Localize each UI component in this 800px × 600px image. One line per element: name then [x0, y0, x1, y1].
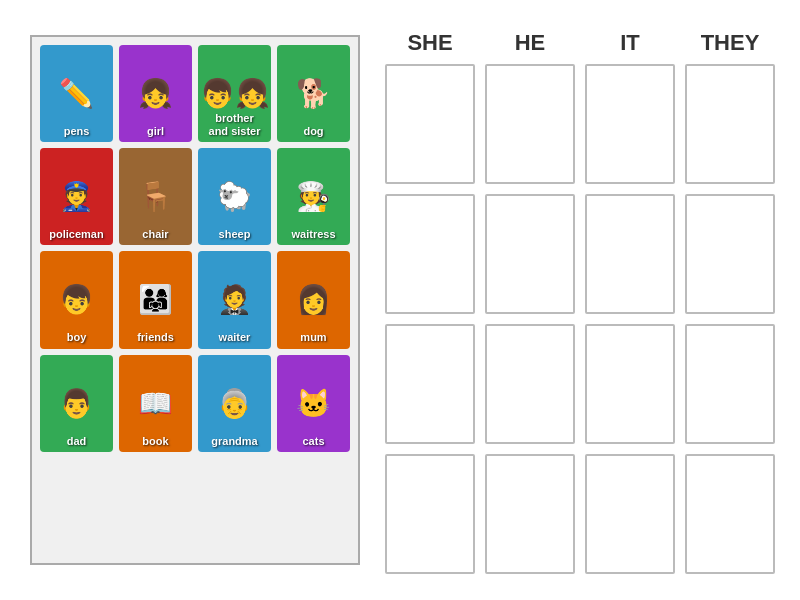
boy-label: boy	[67, 331, 87, 344]
drop-cell-r1-c0[interactable]	[385, 194, 475, 314]
card-sheep[interactable]: 🐑sheep	[198, 148, 271, 245]
card-waiter[interactable]: 🤵waiter	[198, 251, 271, 348]
pronoun-header-it: IT	[585, 30, 675, 56]
card-boy[interactable]: 👦boy	[40, 251, 113, 348]
drop-cell-r3-c0[interactable]	[385, 454, 475, 574]
drop-cell-r0-c2[interactable]	[585, 64, 675, 184]
cats-label: cats	[302, 435, 324, 448]
drop-grid	[380, 64, 780, 574]
girl-label: girl	[147, 125, 164, 138]
dad-label: dad	[67, 435, 87, 448]
card-brother_sister[interactable]: 👦👧brother and sister	[198, 45, 271, 142]
drop-cell-r0-c1[interactable]	[485, 64, 575, 184]
brother_sister-label: brother and sister	[209, 112, 261, 138]
drop-cell-r2-c3[interactable]	[685, 324, 775, 444]
card-dad[interactable]: 👨dad	[40, 355, 113, 452]
waiter-label: waiter	[219, 331, 251, 344]
drop-cell-r1-c1[interactable]	[485, 194, 575, 314]
sorting-panel: SHEHEITTHEY	[380, 30, 780, 574]
card-chair[interactable]: 🪑chair	[119, 148, 192, 245]
friends-label: friends	[137, 331, 174, 344]
drop-cell-r2-c0[interactable]	[385, 324, 475, 444]
book-label: book	[142, 435, 168, 448]
card-mum[interactable]: 👩mum	[277, 251, 350, 348]
card-girl[interactable]: 👧girl	[119, 45, 192, 142]
pronoun-header-she: SHE	[385, 30, 475, 56]
sheep-label: sheep	[219, 228, 251, 241]
drop-cell-r0-c0[interactable]	[385, 64, 475, 184]
pronoun-header-they: THEY	[685, 30, 775, 56]
card-book[interactable]: 📖book	[119, 355, 192, 452]
card-friends[interactable]: 👨‍👩‍👧friends	[119, 251, 192, 348]
card-waitress[interactable]: 🧑‍🍳waitress	[277, 148, 350, 245]
drop-cell-r3-c2[interactable]	[585, 454, 675, 574]
waitress-label: waitress	[291, 228, 335, 241]
pens-label: pens	[64, 125, 90, 138]
drop-cell-r3-c3[interactable]	[685, 454, 775, 574]
card-pens[interactable]: ✏️pens	[40, 45, 113, 142]
dog-label: dog	[303, 125, 323, 138]
drop-cell-r1-c2[interactable]	[585, 194, 675, 314]
policeman-label: policeman	[49, 228, 103, 241]
pronoun-header-he: HE	[485, 30, 575, 56]
mum-label: mum	[300, 331, 326, 344]
drop-cell-r0-c3[interactable]	[685, 64, 775, 184]
drop-cell-r2-c1[interactable]	[485, 324, 575, 444]
word-cards-panel: ✏️pens👧girl👦👧brother and sister🐕dog👮poli…	[30, 35, 360, 565]
drop-cell-r1-c3[interactable]	[685, 194, 775, 314]
card-cats[interactable]: 🐱cats	[277, 355, 350, 452]
card-grandma[interactable]: 👵grandma	[198, 355, 271, 452]
card-dog[interactable]: 🐕dog	[277, 45, 350, 142]
drop-cell-r3-c1[interactable]	[485, 454, 575, 574]
card-policeman[interactable]: 👮policeman	[40, 148, 113, 245]
drop-cell-r2-c2[interactable]	[585, 324, 675, 444]
pronoun-headers: SHEHEITTHEY	[380, 30, 780, 56]
grandma-label: grandma	[211, 435, 257, 448]
chair-label: chair	[142, 228, 168, 241]
